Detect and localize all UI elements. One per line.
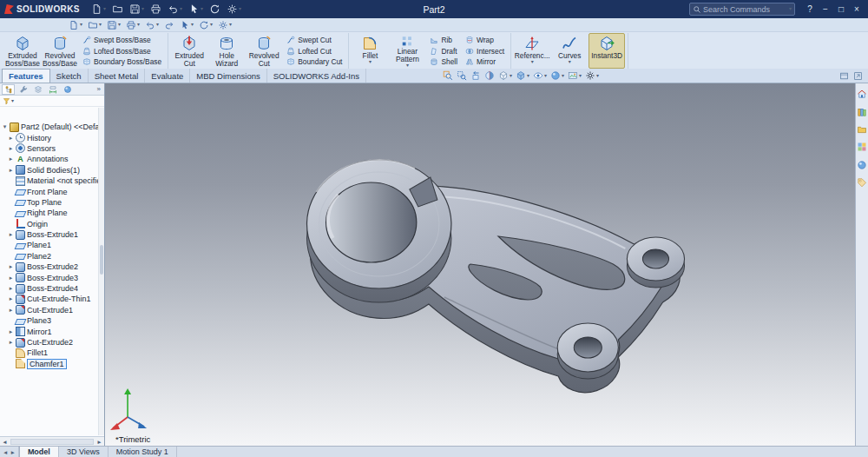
tree-item-cut-extrude1[interactable]: ▸Cut-Extrude1 (0, 305, 104, 315)
hscroll-track[interactable] (10, 439, 94, 445)
options-button[interactable]: ▾ (225, 3, 243, 16)
tree-item-chamfer1[interactable]: Chamfer1 (0, 359, 104, 369)
redo-menubar-button[interactable] (163, 20, 175, 30)
options-menubar-button[interactable]: ▾ (217, 20, 233, 30)
tree-item-sensors[interactable]: ▸Sensors (0, 143, 104, 154)
expand-arrow-icon[interactable]: ▾ (2, 123, 8, 130)
draft-button[interactable]: Draft (428, 46, 459, 56)
tree-item-cut-extrude-thin1[interactable]: ▸Cut-Extrude-Thin1 (0, 294, 104, 304)
mirror-button[interactable]: Mirror (464, 56, 506, 67)
print-button[interactable] (148, 3, 163, 16)
rebuild-menubar-button[interactable]: ▾ (198, 20, 214, 30)
expand-arrow-icon[interactable]: ▸ (8, 307, 14, 314)
expand-arrow-icon[interactable]: ▸ (8, 339, 14, 346)
select-button[interactable]: ▾ (187, 3, 205, 16)
intersect-button[interactable]: Intersect (464, 46, 506, 56)
expand-arrow-icon[interactable]: ▸ (8, 135, 14, 142)
zoom-area-button[interactable] (457, 70, 467, 81)
select-menubar-button[interactable]: ▾ (179, 20, 194, 30)
fullscreen-button[interactable] (853, 71, 863, 81)
study-tab-model[interactable]: Model (19, 447, 59, 457)
fillet-button[interactable]: Fillet▾ (352, 33, 388, 69)
tab-sheet-metal[interactable]: Sheet Metal (89, 69, 146, 83)
revolved-cut-button[interactable]: Revolved Cut (246, 33, 282, 69)
tree-item-boss-extrude1[interactable]: ▸Boss-Extrude1 (0, 229, 104, 240)
tree-item-plane2[interactable]: Plane2 (0, 251, 104, 262)
tree-item-history[interactable]: ▸History (0, 132, 104, 142)
save-button[interactable]: ▾ (128, 3, 146, 16)
search-caret-icon[interactable]: ▾ (789, 7, 792, 11)
hscroll-left-button[interactable]: ◄ (0, 439, 10, 445)
rib-button[interactable]: Rib (428, 35, 459, 45)
extruded-cut-button[interactable]: Extruded Cut (171, 33, 207, 69)
appearances-button[interactable] (857, 159, 867, 169)
tree-item-mirror1[interactable]: ▸Mirror1 (0, 326, 104, 336)
lofted-boss-base-button[interactable]: Lofted Boss/Base (81, 46, 163, 56)
view-settings-button[interactable]: ▾ (585, 70, 599, 81)
expand-arrow-icon[interactable]: ▸ (8, 145, 14, 152)
previous-view-button[interactable] (470, 70, 481, 81)
view-palette-button[interactable] (857, 142, 867, 152)
study-tab-3d-views[interactable]: 3D Views (59, 447, 108, 457)
configurationmanager-tab[interactable] (31, 84, 44, 95)
tree-item-top-plane[interactable]: Top Plane (0, 197, 104, 208)
hide-show-button[interactable]: ▾ (533, 70, 547, 81)
maximize-button[interactable]: □ (836, 4, 846, 14)
new-button[interactable]: ▾ (89, 3, 108, 16)
swept-boss-base-button[interactable]: Swept Boss/Base (81, 35, 163, 45)
tree-item-fillet1[interactable]: Fillet1 (0, 348, 104, 358)
study-tab-motion-study-1[interactable]: Motion Study 1 (108, 447, 177, 457)
tree-item-material-not-specified[interactable]: Material <not specified> (0, 176, 104, 186)
tab-features[interactable]: Features (2, 69, 50, 83)
lofted-cut-button[interactable]: Lofted Cut (285, 46, 344, 56)
shell-button[interactable]: Shell (428, 56, 459, 67)
expand-arrow-icon[interactable]: ▸ (8, 285, 14, 292)
undo-menubar-button[interactable]: ▾ (144, 20, 160, 30)
tree-item-boss-extrude3[interactable]: ▸Boss-Extrude3 (0, 272, 104, 282)
solidworks-resources-button[interactable] (857, 89, 867, 99)
tree-vscroll-thumb[interactable] (100, 245, 103, 275)
save-menubar-button[interactable]: ▾ (106, 20, 122, 30)
tree-horizontal-scrollbar[interactable]: ◄ ► (0, 436, 104, 446)
expand-arrow-icon[interactable]: ▸ (8, 275, 14, 281)
display-style-button[interactable]: ▾ (516, 70, 529, 81)
swept-cut-button[interactable]: Swept Cut (285, 35, 344, 45)
tree-item-right-plane[interactable]: Right Plane (0, 208, 104, 218)
zoom-fit-button[interactable] (443, 70, 453, 81)
tab-solidworks-add-ins[interactable]: SOLIDWORKS Add-Ins (267, 69, 366, 83)
search-box[interactable]: ▾ (689, 3, 795, 16)
expand-arrow-icon[interactable]: ▸ (8, 328, 14, 335)
extruded-boss-base-button[interactable]: Extruded Boss/Base (4, 33, 41, 69)
expand-arrow-icon[interactable]: ▸ (8, 263, 14, 270)
dimxpertmanager-tab[interactable] (46, 84, 59, 95)
tree-item-cut-extrude2[interactable]: ▸Cut-Extrude2 (0, 337, 104, 348)
tree-item-annotations[interactable]: ▸AAnnotations (0, 154, 104, 164)
linear-pattern-button[interactable]: Linear Pattern▾ (389, 33, 425, 69)
tree-item-front-plane[interactable]: Front Plane (0, 186, 104, 196)
new-menubar-button[interactable]: ▾ (68, 20, 83, 30)
tab-scroll-left-button[interactable]: ◄ (3, 449, 8, 455)
tree-item-plane1[interactable]: Plane1 (0, 240, 104, 250)
tree-item-boss-extrude2[interactable]: ▸Boss-Extrude2 (0, 262, 104, 272)
search-input[interactable] (703, 5, 787, 14)
tab-mbd-dimensions[interactable]: MBD Dimensions (190, 69, 266, 83)
wrap-button[interactable]: Wrap (464, 35, 506, 45)
instant3d-button[interactable]: Instant3D (589, 33, 625, 69)
boundary-boss-base-button[interactable]: Boundary Boss/Base (81, 56, 163, 67)
tree-item-origin[interactable]: Origin (0, 219, 104, 229)
open-menubar-button[interactable]: ▾ (87, 20, 102, 30)
expand-arrow-icon[interactable]: ▸ (8, 295, 14, 302)
panel-tab-overflow-button[interactable]: » (97, 85, 102, 93)
hole-wizard-button[interactable]: Hole Wizard (208, 33, 245, 69)
hscroll-right-button[interactable]: ► (95, 439, 104, 445)
expand-arrow-icon[interactable]: ▸ (8, 231, 14, 238)
tab-scroll-right-button[interactable]: ► (10, 449, 15, 455)
close-button[interactable]: × (852, 4, 862, 14)
edit-appearance-button[interactable]: ▾ (550, 70, 564, 81)
design-library-button[interactable] (857, 106, 867, 116)
open-button[interactable] (110, 3, 125, 16)
minimize-button[interactable]: − (820, 4, 831, 14)
display-pane-button[interactable] (839, 71, 849, 81)
undo-button[interactable]: ▾ (166, 3, 184, 16)
custom-properties-button[interactable] (857, 177, 867, 188)
